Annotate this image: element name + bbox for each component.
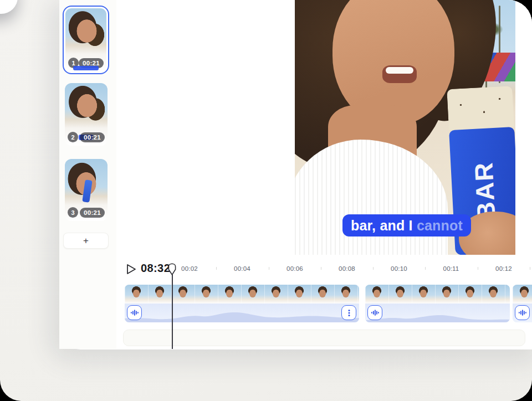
audio-waveform-icon	[518, 309, 526, 317]
play-icon	[125, 263, 137, 275]
ruler-tick	[216, 267, 217, 270]
timeline-ruler[interactable]: 00:02 00:04 00:06 00:08 00:10 00:11 00:1…	[177, 260, 532, 275]
sidebar-clip-3[interactable]: 3 00:21	[65, 159, 108, 221]
ruler-label: 00:12	[495, 265, 512, 272]
subtitle-overlay[interactable]: bar, and I cannot	[342, 214, 471, 237]
clip-2-thumbnail: 2 00:21	[65, 83, 108, 146]
app-screen: 1 00:21 2 00:21 3 00:21 +	[0, 0, 532, 401]
ruler-tick	[425, 267, 426, 270]
clip-1-menu-button[interactable]	[341, 305, 356, 320]
clip-3-duration-badge: 00:21	[80, 208, 105, 218]
clip-1-caption-chip	[73, 66, 99, 70]
empty-track-row	[123, 330, 525, 346]
clip-3-filmstrip	[513, 285, 532, 304]
ruler-tick	[373, 267, 374, 270]
clip-1-waveform	[125, 304, 359, 322]
clip-3-thumbnail: 3 00:21	[65, 159, 108, 221]
timeline-clip-1[interactable]	[125, 285, 359, 322]
clip-1-thumbnail: 1 00:21	[65, 8, 106, 71]
ruler-label: 00:02	[181, 265, 198, 272]
clip-3-bar-prop	[82, 179, 92, 202]
ruler-tick	[269, 267, 269, 270]
ruler-label: 00:08	[339, 265, 355, 272]
clip-2-index-badge: 2	[68, 132, 78, 142]
playhead-handle[interactable]	[168, 263, 176, 276]
subject-tank-top	[295, 140, 448, 255]
audio-waveform-icon	[371, 309, 379, 317]
sidebar-clip-2[interactable]: 2 00:21	[65, 83, 108, 146]
kebab-menu-icon	[345, 309, 353, 317]
audio-waveform-icon	[130, 309, 139, 317]
ruler-label: 00:06	[287, 265, 303, 272]
play-button[interactable]	[125, 263, 137, 275]
subject-smile	[382, 65, 417, 83]
clip-2-duration-badge: 00:21	[80, 132, 105, 142]
ruler-label: 00:10	[391, 265, 407, 272]
ruler-label: 00:11	[443, 265, 459, 272]
clip-3-index-badge: 3	[68, 207, 78, 218]
protein-bar-bitten-top	[447, 86, 514, 130]
ruler-tick	[530, 267, 530, 270]
subtitle-upcoming-text: cannot	[413, 218, 463, 234]
background-card-corner	[0, 0, 18, 14]
playhead-pin-icon	[168, 263, 176, 276]
ruler-tick	[478, 267, 478, 270]
clip-3-audio-button[interactable]	[515, 305, 530, 320]
timeline-clip-3[interactable]	[513, 285, 532, 322]
timeline-clip-2[interactable]	[365, 285, 510, 322]
plus-icon: +	[83, 235, 89, 246]
sidebar-clip-1-selected[interactable]: 1 00:21	[63, 6, 109, 74]
clip-1-audio-button[interactable]	[127, 305, 142, 320]
clip-2-filmstrip	[365, 285, 510, 304]
ruler-label: 00:04	[234, 265, 250, 272]
clip-2-waveform	[365, 304, 510, 322]
subtitle-spoken-text: bar, and I	[351, 218, 413, 234]
playhead-line	[172, 275, 173, 349]
ruler-tick	[321, 267, 321, 270]
current-time-display: 08:32	[141, 262, 170, 275]
add-clip-button[interactable]: +	[63, 233, 109, 249]
clip-1-filmstrip	[125, 285, 359, 304]
clip-2-audio-button[interactable]	[367, 305, 382, 320]
